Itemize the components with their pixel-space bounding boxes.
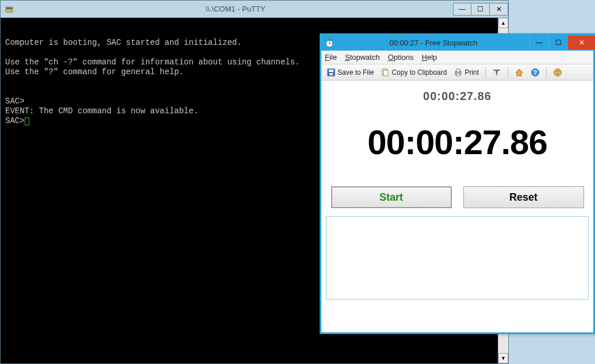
toolbar-save[interactable]: Save to File	[325, 67, 375, 78]
menu-help[interactable]: Help	[422, 53, 437, 62]
close-button[interactable]: ✕	[567, 36, 595, 49]
svg-rect-7	[329, 70, 333, 72]
stopwatch-window: 00:00:27 - Free Stopwatch — ☐ ✕ File Sto…	[320, 33, 595, 334]
putty-titlebar[interactable]: \\.\COM1 - PuTTY — ☐ ✕	[1, 1, 508, 18]
small-time-display: 00:00:27.86	[321, 81, 593, 103]
toolbar-separator	[508, 67, 508, 78]
maximize-button[interactable]: ☐	[548, 36, 567, 49]
close-icon: ✕	[496, 5, 502, 13]
menu-options-rest: ptions	[394, 53, 414, 62]
stopwatch-app-icon	[321, 35, 337, 51]
menu-stopwatch-rest: topwatch	[350, 53, 380, 62]
toolbar-print[interactable]: Print	[452, 67, 481, 78]
minimize-button[interactable]: —	[529, 36, 548, 49]
toolbar-separator	[485, 67, 486, 78]
svg-rect-3	[329, 39, 330, 41]
toolbar: Save to File Copy to Clipboard Print	[321, 64, 593, 81]
toolbar-home[interactable]	[513, 67, 525, 78]
maximize-icon: ☐	[555, 39, 562, 47]
menu-options[interactable]: Options	[388, 53, 414, 62]
minimize-icon: —	[536, 39, 543, 47]
menu-file[interactable]: File	[325, 53, 337, 62]
stopwatch-title: 00:00:27 - Free Stopwatch	[337, 39, 529, 47]
copy-icon	[381, 68, 390, 77]
putty-title: \\.\COM1 - PuTTY	[18, 5, 453, 13]
reset-button[interactable]: Reset	[463, 186, 584, 208]
start-button[interactable]: Start	[331, 186, 452, 208]
maximize-icon: ☐	[477, 5, 483, 13]
chevron-down-icon: ▼	[501, 355, 506, 361]
scroll-up-button[interactable]: ▲	[498, 18, 508, 28]
toolbar-help[interactable]: ?	[529, 67, 542, 78]
svg-text:?: ?	[533, 70, 537, 76]
menu-file-rest: ile	[329, 53, 337, 62]
close-icon: ✕	[579, 39, 585, 47]
stopwatch-window-controls: — ☐ ✕	[529, 36, 595, 48]
help-icon: ?	[531, 68, 540, 77]
toolbar-separator	[546, 67, 547, 78]
menu-stopwatch[interactable]: Stopwatch	[345, 53, 380, 62]
svg-rect-10	[383, 70, 388, 76]
maximize-button[interactable]: ☐	[471, 3, 490, 16]
toolbar-always-on-top[interactable]	[490, 67, 503, 78]
close-button[interactable]: ✕	[490, 3, 508, 16]
minimize-icon: —	[459, 5, 466, 13]
toolbar-copy-label: Copy to Clipboard	[391, 68, 447, 76]
menu-bar: File Stopwatch Options Help	[321, 51, 593, 64]
stopwatch-titlebar[interactable]: 00:00:27 - Free Stopwatch — ☐ ✕	[321, 35, 593, 51]
print-icon	[454, 68, 463, 77]
toolbar-copy[interactable]: Copy to Clipboard	[379, 67, 448, 78]
svg-rect-12	[456, 69, 460, 72]
big-time-display: 00:00:27.86	[321, 103, 593, 186]
putty-app-icon	[1, 1, 18, 17]
putty-window-controls: — ☐ ✕	[453, 3, 508, 16]
chevron-up-icon: ▲	[501, 20, 506, 26]
svg-rect-1	[6, 7, 12, 9]
svg-rect-13	[456, 74, 460, 76]
stopwatch-buttons: Start Reset	[321, 186, 593, 216]
home-icon	[515, 68, 524, 77]
svg-rect-14	[493, 70, 500, 71]
scroll-down-button[interactable]: ▼	[498, 353, 508, 363]
toolbar-save-label: Save to File	[337, 68, 374, 76]
save-icon	[327, 68, 336, 77]
svg-rect-8	[329, 73, 333, 75]
pin-icon	[492, 68, 501, 77]
minimize-button[interactable]: —	[453, 3, 471, 16]
menu-help-rest: elp	[427, 53, 437, 62]
toolbar-print-label: Print	[465, 68, 479, 76]
toolbar-world[interactable]	[551, 67, 564, 78]
lap-log[interactable]	[326, 216, 589, 300]
globe-icon	[553, 68, 562, 77]
